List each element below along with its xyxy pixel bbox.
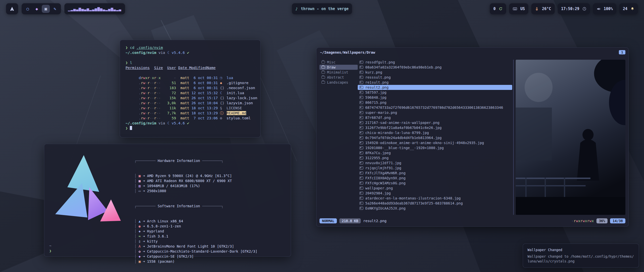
fastfetch-window[interactable]: ┌───────── Hardware Information ────────…: [44, 144, 291, 257]
fetch-info-row: │▲➜Arch Linux x86_64: [134, 219, 257, 224]
terminal-prompt-line[interactable]: ❯: [126, 126, 255, 131]
terminal-window[interactable]: ❯ cd .config/nvim ~/.config/nvim via ☾ v…: [120, 40, 261, 138]
file-name: stylua.toml: [227, 116, 251, 120]
file-item[interactable]: nnvuv0xj2df71.jpg: [358, 160, 512, 165]
notification-toast[interactable]: Wallpaper Changed Wallpaper changed to /…: [523, 244, 639, 268]
arrow-icon: ➜: [143, 174, 145, 178]
folder-icon: [321, 61, 325, 63]
file-item[interactable]: rsjqojlmjhf91.jpg: [358, 165, 512, 171]
file-item[interactable]: kurz.png: [358, 70, 512, 75]
tab-badge[interactable]: 1: [619, 50, 625, 54]
workspace-editor[interactable]: ◆: [33, 5, 41, 13]
file-name: 19201080-__blue-tinge__-1920×1080.jpg: [365, 146, 444, 150]
file-item[interactable]: EeNKYgIUcAAJ5JX.png: [358, 206, 512, 211]
directory-item[interactable]: Landscapes: [319, 80, 358, 85]
lua-version: v5.4.6: [172, 51, 185, 55]
notifications-module[interactable]: 24: [619, 3, 638, 14]
image-file-icon: [359, 151, 363, 154]
clock-module[interactable]: 17:50:29: [558, 3, 590, 14]
top-bar-center: ♪ thrown - on the verge: [292, 3, 352, 14]
info-text: fish 3.6.1: [147, 234, 168, 238]
image-file-icon: [359, 136, 363, 139]
file-item[interactable]: 217167-sad-anime-rain-wallpaper.png: [358, 120, 512, 125]
file-name: .gitignore: [227, 81, 249, 85]
file-type-icon: ⚙: [220, 116, 226, 121]
media-player-module[interactable]: ♪ thrown - on the verge: [292, 3, 352, 14]
weather-module[interactable]: 26°C: [531, 3, 554, 14]
workspace-icon: ✎: [54, 6, 56, 11]
info-text: AMD ATI Radeon RX 6800/6800 XT / 6900 XT: [147, 179, 232, 183]
file-item[interactable]: 596848.jpg: [358, 95, 512, 100]
launcher-module[interactable]: [6, 3, 18, 14]
file-item[interactable]: ressdfgult.png: [358, 60, 512, 65]
workspace-files-active[interactable]: ▣: [42, 5, 50, 13]
file-item[interactable]: 8FKa7Cu.jpeg: [358, 150, 512, 155]
notification-title: Wallpaper Changed: [528, 248, 634, 252]
arrow-icon: ➜: [143, 234, 145, 238]
file-item[interactable]: re1sult.png: [358, 80, 512, 85]
file-type-icon: {}: [220, 100, 226, 106]
file-name: 217167-sad-anime-rain-wallpaper.png: [365, 121, 439, 125]
workspace-draw[interactable]: ✎: [51, 5, 59, 13]
folder-icon: [321, 76, 325, 79]
file-item[interactable]: 866715.png: [358, 100, 512, 105]
file-date: 6 oct 00:31: [191, 85, 220, 90]
info-icon: ◆: [139, 254, 143, 259]
blank-line: [126, 55, 255, 60]
file-item[interactable]: wallpaper.png: [358, 186, 512, 191]
file-item[interactable]: FXfcII0X0AQyn9X.png: [358, 176, 512, 181]
command-list: l: [130, 61, 132, 65]
info-text: 1558 (pacman): [147, 259, 175, 263]
file-item[interactable]: 19201080-__blue-tinge__-1920×1080.jpg: [358, 145, 512, 150]
volume-module[interactable]: 100%: [593, 3, 616, 14]
fetch-info-row: │▭➜644x272: [134, 188, 257, 193]
file-item[interactable]: chica-mirando-la-luna-8799.jpg: [358, 130, 512, 135]
hardware-section-header: ┌───────── Hardware Information ────────…: [134, 158, 257, 163]
home-path: ~: [49, 243, 51, 248]
file-item[interactable]: 68747470733a2f2f696d616765732d7769786d70…: [358, 105, 512, 110]
image-file-icon: [359, 172, 363, 175]
arrow-icon: ➜: [143, 239, 145, 243]
file-item[interactable]: 3126f7e9bbf21a8a4af0b67b041c6e26.jpg: [358, 125, 512, 130]
file-item[interactable]: resssult.png: [358, 75, 512, 80]
file-date: 12 oct 15:32: [191, 90, 220, 95]
audio-visualizer-module[interactable]: ▁▂▄▃▆▄▃▅▂▃▅▇▅▃▂▄▆▃▂▃: [64, 3, 125, 14]
prompt-symbol: ❯: [49, 248, 51, 253]
image-file-icon: [359, 197, 363, 200]
file-item[interactable]: atardecer-en-la-montanas-ilustracion-634…: [358, 196, 512, 201]
file-item[interactable]: FXfcHgcWIAMzs0G.png: [358, 181, 512, 186]
file-item[interactable]: 0c794faf07de24a4db4d4fb1eb813964.jpg: [358, 135, 512, 140]
file-item[interactable]: FXfcJlTXgAMvH6R.png: [358, 171, 512, 176]
file-manager-window[interactable]: ~/Imagenes/Wallpapers/Draw 1 Misc Draw M…: [316, 47, 629, 227]
file-size: 7,7k: [165, 111, 176, 116]
file-item[interactable]: 154928-odinokoe_anime-art-anime-okno-sin…: [358, 140, 512, 145]
directory-item[interactable]: Minimalist: [319, 70, 358, 75]
workspace-icon: ◆: [35, 6, 38, 11]
info-text: Catppuccin-SE [GTK2/3]: [147, 254, 194, 258]
file-item[interactable]: 08a634fa02a32364f69ebc86a98eb1eb.png: [358, 65, 512, 70]
file-item[interactable]: super-mario.png: [358, 110, 512, 115]
fetch-prompt[interactable]: ~ ❯: [49, 243, 51, 253]
file-name: 5a266e448add93deab367d87173e9f25-6837886…: [365, 201, 463, 205]
directory-item[interactable]: Misc: [319, 60, 358, 65]
directory-item[interactable]: Draw: [319, 65, 358, 70]
directory-item[interactable]: Abstract: [319, 75, 358, 80]
file-item[interactable]: 5a266e448add93deab367d87173e9f25-6837886…: [358, 201, 512, 206]
keyboard-layout-module[interactable]: US: [509, 3, 528, 14]
bell-icon: [630, 7, 634, 11]
file-owner: matt: [180, 75, 191, 80]
file-item[interactable]: 20492984.jpg: [358, 191, 512, 196]
workspace-icon: ▣: [45, 6, 47, 11]
file-item[interactable]: 587597.jpg: [358, 90, 512, 95]
workspace-browser[interactable]: ○: [24, 5, 32, 13]
file-item[interactable]: result2.png: [358, 85, 512, 90]
file-item[interactable]: 87r687df.png: [358, 115, 512, 120]
file-name: EeNKYgIUcAAJ5JX.png: [365, 206, 406, 210]
file-name: result2.png: [365, 85, 389, 89]
updates-module[interactable]: 0: [490, 3, 506, 14]
workspace-icon: ○: [26, 6, 29, 11]
directory-name: Minimalist: [327, 70, 348, 74]
header-user: User: [167, 66, 176, 70]
file-item[interactable]: 3122955.png: [358, 155, 512, 160]
image-file-icon: [359, 101, 363, 104]
